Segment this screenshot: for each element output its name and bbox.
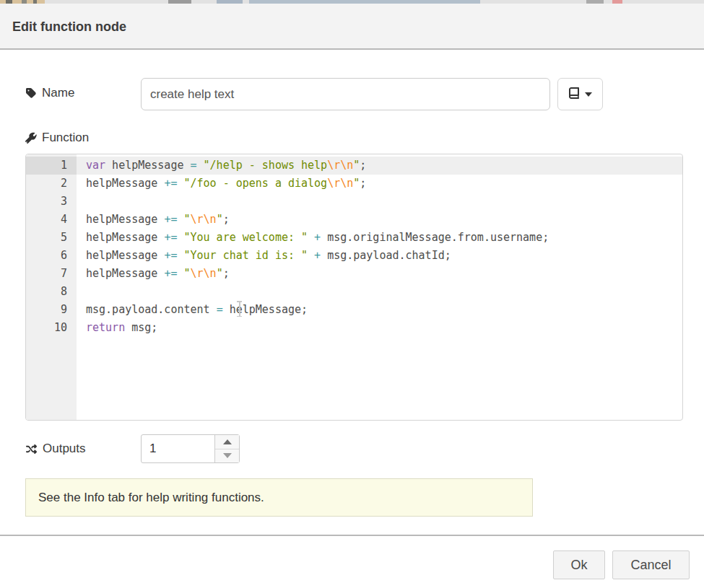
chevron-down-icon [585,92,592,97]
code-line[interactable]: var helpMessage = "/help - shows help\r\… [77,157,682,175]
form-tip-text: See the Info tab for help writing functi… [38,491,264,505]
code-line[interactable]: helpMessage += "/foo - opens a dialog\r\… [77,175,682,193]
gutter-line-number: 3 [26,193,77,211]
gutter-line-number: 5 [26,229,77,247]
spinner-buttons [214,435,239,462]
shuffle-icon [25,444,38,455]
gutter-line-number: 4 [26,211,77,229]
code-editor[interactable]: 12345678910 var helpMessage = "/help - s… [25,154,683,421]
tag-icon [25,87,37,99]
name-label: Name [25,86,74,100]
arrow-down-icon [223,453,232,458]
spinner-down-button[interactable] [215,449,239,463]
name-input[interactable] [141,78,550,110]
gutter-line-number: 6 [26,247,77,265]
ok-button[interactable]: Ok [553,550,605,579]
code-line[interactable]: helpMessage += "Your chat id is: " + msg… [77,247,682,265]
dialog-title: Edit function node [12,19,126,35]
edit-function-node-dialog: Edit function node Name Function 1234567… [0,0,704,588]
footer-divider [0,535,704,536]
code-line[interactable] [77,193,682,211]
gutter-line-number: 10 [26,319,77,337]
book-icon [568,87,580,102]
gutter-line-number: 2 [26,175,77,193]
arrow-up-icon [223,439,232,444]
code-line[interactable]: helpMessage += "\r\n"; [77,265,682,283]
outputs-input[interactable] [142,435,214,462]
wrench-icon [25,132,37,144]
editor-code-pane[interactable]: var helpMessage = "/help - shows help\r\… [77,154,682,420]
cancel-button[interactable]: Cancel [612,550,690,579]
function-label-text: Function [42,131,89,145]
outputs-label: Outputs [25,442,86,456]
gutter-line-number: 1 [26,157,77,175]
code-line[interactable]: helpMessage += "\r\n"; [77,211,682,229]
code-line[interactable]: helpMessage += "You are welcome: " + msg… [77,229,682,247]
code-line[interactable]: return msg; [77,319,682,337]
code-line[interactable]: msg.payload.content = helpMessage; [77,301,682,319]
form-tip: See the Info tab for help writing functi… [25,478,533,517]
name-label-text: Name [42,86,74,100]
function-label: Function [25,131,89,145]
gutter-line-number: 8 [26,283,77,301]
code-line[interactable] [77,283,682,301]
gutter-line-number: 9 [26,301,77,319]
spinner-up-button[interactable] [215,435,239,449]
editor-gutter: 12345678910 [26,154,77,420]
outputs-label-text: Outputs [43,442,86,456]
gutter-line-number: 7 [26,265,77,283]
dialog-header: Edit function node [0,4,704,50]
outputs-spinner [141,434,240,463]
library-button[interactable] [557,78,603,110]
